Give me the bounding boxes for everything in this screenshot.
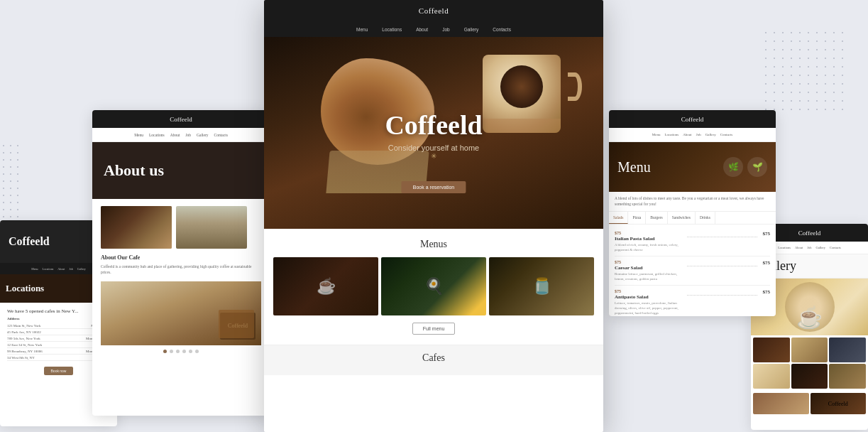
about-nav-menu[interactable]: Menu: [134, 133, 143, 137]
menu-tabs: Salads Pizza Burgers Sandwiches Drinks: [609, 212, 776, 225]
menu-nav-job[interactable]: Job: [696, 133, 701, 136]
hero-book-btn[interactable]: Book a reservation: [402, 181, 466, 193]
gallery-nav-contacts[interactable]: Contacts: [830, 246, 841, 249]
about-img-exterior: [176, 206, 247, 249]
carousel-dots: [101, 345, 261, 357]
about-nav-loc[interactable]: Locations: [149, 133, 165, 137]
main-nav-job[interactable]: Job: [442, 27, 449, 32]
gallery-thumb-5[interactable]: [791, 364, 828, 389]
gallery-thumb-6[interactable]: [829, 364, 866, 389]
tab-salads[interactable]: Salads: [609, 212, 628, 224]
gallery-nav-gallery[interactable]: Gallery: [816, 246, 826, 249]
locations-nav-gallery[interactable]: Gallery: [77, 267, 86, 271]
main-nav-contacts[interactable]: Contacts: [493, 27, 511, 32]
menu-item-2-left: $75 Caesar Salad Romaine lettuce, parmes…: [615, 260, 684, 281]
gallery-thumbnails: [751, 335, 868, 391]
menu-nav-locations[interactable]: Locations: [665, 133, 679, 136]
gallery-nav-about[interactable]: About: [795, 246, 803, 249]
locations-nav-job[interactable]: Job: [69, 267, 73, 271]
about-nav-about[interactable]: About: [170, 133, 180, 137]
menu-item-1-left: $75 Italian Pasta Salad A blend of rich,…: [615, 231, 684, 252]
dot-5[interactable]: [189, 350, 192, 353]
about-img-interior: [101, 206, 172, 249]
menu-item-2-name: Caesar Salad: [615, 265, 684, 271]
about-title: About us: [104, 161, 164, 180]
main-panel: Coffeeld Menu Locations About Job Galler…: [264, 0, 603, 432]
about-nav-job[interactable]: Job: [185, 133, 191, 137]
about-brand: Coffeeld: [170, 116, 192, 123]
menu-item-3-name: Antipasto Salad: [615, 294, 684, 300]
about-nav-gallery[interactable]: Gallery: [197, 133, 209, 137]
about-cafe-description: Coffeeld is a community hub and place of…: [101, 264, 261, 276]
menu-nav-contacts[interactable]: Contacts: [720, 133, 733, 136]
gallery-brand: Coffeeld: [798, 230, 820, 237]
menu-items-list: $75 Italian Pasta Salad A blend of rich,…: [609, 225, 776, 317]
cafes-title: Cafes: [264, 352, 603, 364]
dot-2[interactable]: [170, 350, 173, 353]
menu-item-2-price-right: $75: [763, 260, 771, 266]
locations-nav-menu[interactable]: Menu: [31, 267, 38, 271]
cafes-section: Cafes: [264, 345, 603, 375]
about-dark-banner: About us: [92, 142, 270, 199]
dot-1[interactable]: [163, 350, 167, 353]
menu-page-title: Menu: [617, 159, 651, 176]
dot-3[interactable]: [176, 350, 180, 353]
gallery-thumb-4[interactable]: [753, 364, 790, 389]
gallery-thumb-2[interactable]: [791, 338, 828, 362]
main-nav: Menu Locations About Job Gallery Contact…: [264, 21, 603, 37]
menu-item-3-desc: Lettuce, tomatoes, meats, provolone, Ita…: [615, 301, 684, 315]
hero-star: ✳: [385, 152, 482, 160]
menu-panel-header: Coffeeld: [609, 110, 776, 128]
main-nav-about[interactable]: About: [416, 27, 428, 32]
menu-item-3-price-right: $75: [763, 289, 771, 295]
menu-item-2-dots: [687, 266, 757, 266]
menu-item-1-price-right: $75: [763, 231, 771, 237]
menu-description: A blend of lots of dishes to meet any ta…: [609, 192, 776, 212]
gallery-thumb-1[interactable]: [753, 338, 790, 362]
menu-nav-menu[interactable]: Menu: [652, 133, 661, 136]
hero-text-block: Coffeeld Consider yourself at home ✳ Boo…: [385, 109, 482, 193]
gallery-nav-loc[interactable]: Locations: [778, 246, 791, 249]
menu-nav-about[interactable]: About: [683, 133, 692, 136]
about-cafe-title: About Our Cafe: [101, 254, 261, 261]
main-nav-locations[interactable]: Locations: [382, 27, 402, 32]
about-nav-contacts[interactable]: Contacts: [214, 133, 228, 137]
menu-item-row-2: $75 Caesar Salad Romaine lettuce, parmes…: [615, 256, 770, 286]
about-content: About Our Cafe Coffeeld is a community h…: [92, 199, 270, 364]
full-menu-btn[interactable]: Full menu: [412, 323, 456, 335]
dot-4[interactable]: [182, 350, 186, 353]
menu-panel: Coffeeld Menu Locations About Job Galler…: [609, 110, 776, 316]
gallery-thumb-3[interactable]: [829, 338, 866, 362]
main-nav-gallery[interactable]: Gallery: [464, 27, 479, 32]
menu-item-3-left: $75 Antipasto Salad Lettuce, tomatoes, m…: [615, 289, 684, 315]
tab-sandwiches[interactable]: Sandwiches: [668, 212, 696, 224]
hero-coffee-cup: [483, 55, 575, 154]
about-nav: Menu Locations About Job Gallery Contact…: [92, 128, 270, 142]
leaf-icon: 🌿: [723, 157, 743, 177]
hero-subtitle: Consider yourself at home: [385, 144, 482, 152]
menu-nav-gallery[interactable]: Gallery: [705, 133, 716, 136]
drink-icon: 🫙: [532, 277, 551, 296]
about-images: [101, 206, 261, 249]
tab-burgers[interactable]: Burgers: [646, 212, 667, 224]
gallery-strip-1: [753, 393, 809, 414]
dots-decoration-left: [0, 142, 21, 227]
locations-book-btn[interactable]: Book now: [44, 367, 74, 375]
hero-title: Coffeeld: [385, 109, 482, 141]
tab-drinks[interactable]: Drinks: [696, 212, 715, 224]
gallery-bottom-strip: Coffeeld: [751, 391, 868, 416]
gallery-nav-job[interactable]: Job: [807, 246, 811, 249]
about-bottom-image: Coffeeld: [101, 281, 261, 345]
menu-item-1-desc: A blend of rich, creamy, fresh onions, c…: [615, 242, 684, 252]
main-hero: Coffeeld Consider yourself at home ✳ Boo…: [264, 37, 603, 229]
locations-nav-about[interactable]: About: [57, 267, 65, 271]
main-header: Coffeeld: [264, 0, 603, 21]
tab-pizza[interactable]: Pizza: [628, 212, 646, 224]
menu-item-3-price-left: $75: [615, 289, 684, 293]
coffee-cups-icon: ☕: [317, 277, 336, 296]
menu-item-2-desc: Romaine lettuce, parmesan, grilled chick…: [615, 271, 684, 281]
main-nav-menu[interactable]: Menu: [356, 27, 368, 32]
dot-6[interactable]: [195, 350, 199, 353]
menu-image-2: 🍳: [381, 257, 486, 315]
locations-nav-loc[interactable]: Locations: [43, 267, 54, 271]
